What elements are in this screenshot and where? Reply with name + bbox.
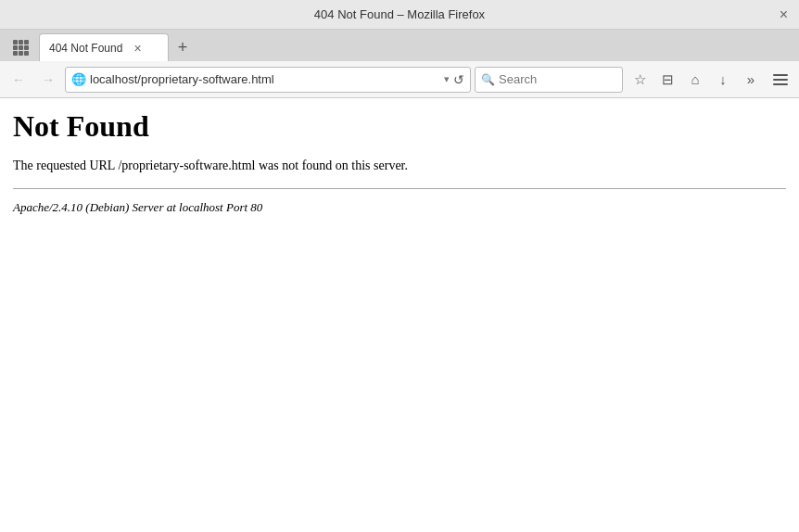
toolbar-icons: ☆ ⊟ ⌂ ↓ » bbox=[627, 67, 764, 93]
server-info: Apache/2.4.10 (Debian) Server at localho… bbox=[13, 200, 786, 215]
url-input[interactable] bbox=[90, 72, 440, 86]
forward-icon: → bbox=[42, 72, 55, 87]
download-button[interactable]: ↓ bbox=[710, 67, 736, 93]
reader-icon: ⊟ bbox=[662, 71, 674, 88]
bookmark-button[interactable]: ☆ bbox=[627, 67, 653, 93]
tab-close-button[interactable]: × bbox=[133, 41, 141, 56]
not-found-body: The requested URL /proprietary-software.… bbox=[13, 158, 786, 173]
forward-button[interactable]: → bbox=[35, 67, 61, 93]
download-icon: ↓ bbox=[719, 71, 727, 87]
page-content: Not Found The requested URL /proprietary… bbox=[0, 98, 799, 532]
apps-grid-icon bbox=[13, 40, 29, 56]
search-bar[interactable]: 🔍 bbox=[475, 67, 623, 93]
overflow-button[interactable]: » bbox=[738, 67, 764, 93]
title-bar: 404 Not Found – Mozilla Firefox × bbox=[0, 0, 799, 30]
window-title: 404 Not Found – Mozilla Firefox bbox=[314, 7, 485, 21]
globe-icon: 🌐 bbox=[71, 72, 86, 86]
not-found-heading: Not Found bbox=[13, 109, 786, 144]
apps-menu-button[interactable] bbox=[7, 35, 33, 59]
menu-button[interactable] bbox=[767, 67, 793, 93]
page-divider bbox=[13, 188, 786, 189]
navigation-bar: ← → 🌐 ▾ ↺ 🔍 ☆ ⊟ ⌂ ↓ » bbox=[0, 61, 799, 98]
window-close-button[interactable]: × bbox=[780, 7, 788, 22]
back-icon: ← bbox=[12, 72, 25, 87]
reader-view-button[interactable]: ⊟ bbox=[654, 67, 680, 93]
bookmark-icon: ☆ bbox=[634, 71, 646, 88]
new-tab-button[interactable]: + bbox=[171, 35, 195, 59]
url-dropdown-icon[interactable]: ▾ bbox=[444, 73, 450, 85]
active-tab[interactable]: 404 Not Found × bbox=[39, 33, 169, 61]
url-bar[interactable]: 🌐 ▾ ↺ bbox=[65, 67, 471, 93]
tab-label: 404 Not Found bbox=[49, 42, 122, 55]
tab-bar: 404 Not Found × + bbox=[0, 30, 799, 61]
overflow-icon: » bbox=[747, 71, 755, 87]
search-icon: 🔍 bbox=[481, 73, 495, 86]
home-button[interactable]: ⌂ bbox=[682, 67, 708, 93]
back-button[interactable]: ← bbox=[6, 67, 32, 93]
hamburger-icon bbox=[773, 74, 788, 85]
home-icon: ⌂ bbox=[691, 71, 699, 87]
refresh-icon[interactable]: ↺ bbox=[453, 72, 464, 87]
